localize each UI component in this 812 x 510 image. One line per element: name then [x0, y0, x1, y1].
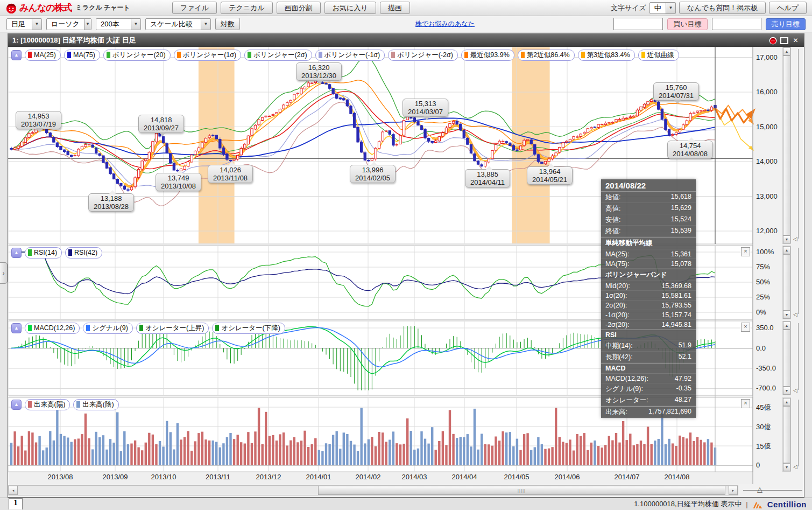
scale-slider-macd[interactable] [798, 323, 799, 390]
chevron-down-icon[interactable]: ▼ [201, 19, 210, 30]
maximize-button[interactable] [780, 37, 788, 44]
menu-favorites-button[interactable]: お気に入り [324, 2, 376, 14]
buy-target-input[interactable] [613, 18, 663, 30]
x-axis-label: 2013/08 [42, 473, 79, 481]
tooltip-row: MACD(12,26):47.92 [601, 374, 696, 383]
close-rsi-panel-button[interactable]: × [741, 247, 750, 256]
close-macd-panel-button[interactable]: × [741, 323, 750, 332]
indicator-toggle-main-0[interactable]: MA(25) [25, 50, 61, 61]
indicator-toggle-rsi-1[interactable]: RSI(42) [65, 247, 102, 259]
scroll-right-icon[interactable]: ▸ [729, 486, 738, 495]
scale-compare-select[interactable]: スケール比較 ▼ [145, 18, 211, 30]
vertical-scrollbar-macd[interactable]: ▲▼ [782, 321, 791, 395]
menu-button-group: ファイル テクニカル 画面分割 お気に入り 描画 [172, 2, 410, 14]
chevron-down-icon[interactable]: ▼ [32, 19, 41, 30]
period-select[interactable]: 日足 ▼ [6, 18, 42, 30]
main-price-tick-label: 14,000 [756, 157, 778, 165]
vertical-scrollbar-volume[interactable]: ▲▼ [782, 397, 791, 472]
indicator-label: 第3近似83.4% [587, 51, 630, 60]
close-volume-panel-button[interactable]: × [741, 399, 750, 408]
app-root: { "header": { "logo_main": "みんなの株式", "lo… [0, 0, 812, 510]
indicator-toggle-main-4[interactable]: ボリンジャー(2σ) [244, 50, 312, 61]
ad-link[interactable]: 株でお悩みのあなた [415, 19, 475, 29]
menu-technical-button[interactable]: テクニカル [221, 2, 273, 14]
menu-file-button[interactable]: ファイル [172, 2, 217, 14]
chart-tab-1[interactable]: 1 [9, 498, 23, 509]
scroll-thumb[interactable] [783, 55, 790, 235]
scale-slider-main[interactable] [798, 49, 799, 239]
horizontal-scrollbar[interactable]: ◂|||||▸ [8, 485, 738, 495]
scroll-down-icon[interactable]: ▼ [783, 235, 790, 243]
indicator-toggle-macd-3[interactable]: オシレーター(下降) [212, 323, 285, 334]
chevron-down-icon[interactable]: ▼ [84, 19, 91, 30]
log-scale-button[interactable]: 対数 [215, 18, 240, 30]
help-button[interactable]: ヘルプ [769, 2, 807, 14]
scroll-thumb[interactable] [783, 330, 790, 387]
panel-resize-handle-volume[interactable]: ◁ [793, 464, 797, 470]
menu-draw-button[interactable]: 描画 [380, 2, 410, 14]
bar-count-select[interactable]: 200本 ▼ [96, 18, 141, 30]
chevron-down-icon[interactable]: ▼ [131, 19, 140, 30]
scroll-down-icon[interactable]: ▼ [783, 387, 790, 395]
scale-slider-rsi[interactable] [798, 248, 799, 314]
chart-style-select[interactable]: ローソク ▼ [46, 18, 91, 30]
scroll-down-icon[interactable]: ▼ [783, 463, 790, 471]
legend-swatch [67, 52, 71, 58]
x-axis-label: 2014/05 [498, 473, 535, 481]
zoom-slider-handle[interactable]: △ [757, 486, 762, 493]
indicator-toggle-main-1[interactable]: MA(75) [64, 50, 100, 61]
indicator-toggle-rsi-0[interactable]: RSI(14) [25, 247, 62, 259]
tooltip-row: 終値:15,539 [601, 226, 696, 237]
x-axis-label: 2013/12 [250, 473, 287, 481]
scroll-up-icon[interactable]: ▲ [783, 322, 790, 330]
indicator-toggle-main-2[interactable]: ボリンジャー(20) [103, 50, 171, 61]
collapse-rsi-panel-button[interactable]: ▲ [11, 248, 22, 258]
menu-split-screen-button[interactable]: 画面分割 [277, 2, 321, 14]
indicator-toggle-main-9[interactable]: 第3近似83.4% [578, 50, 635, 61]
panel-resize-handle-main[interactable]: ◁ [793, 236, 797, 242]
indicator-toggle-volume-1[interactable]: 出来高(陰) [73, 399, 118, 410]
close-button[interactable]: ✕ [792, 37, 800, 44]
chevron-down-icon[interactable]: ▼ [666, 3, 675, 13]
font-size-select[interactable]: 中 ▼ [649, 2, 676, 14]
collapse-macd-panel-button[interactable]: ▲ [11, 323, 22, 333]
indicator-toggle-main-8[interactable]: 第2近似86.4% [518, 50, 575, 61]
vertical-scrollbar-rsi[interactable]: ▲▼ [782, 246, 791, 319]
indicator-toggle-macd-0[interactable]: MACD(12,26) [25, 323, 80, 334]
scroll-left-icon[interactable]: ◂ [9, 486, 18, 495]
scroll-up-icon[interactable]: ▲ [783, 398, 790, 406]
indicator-toggle-main-6[interactable]: ボリンジャー(-2σ) [388, 50, 458, 61]
indicator-toggle-main-5[interactable]: ボリンジャー(-1σ) [315, 50, 385, 61]
indicator-label: 出来高(陰) [82, 400, 114, 409]
collapse-volume-panel-button[interactable]: ▲ [11, 400, 22, 410]
scale-slider-volume[interactable] [798, 400, 799, 466]
indicator-toggle-main-7[interactable]: 最近似93.9% [461, 50, 514, 61]
qa-board-button[interactable]: なんでも質問！掲示板 [679, 2, 766, 14]
panel-resize-handle-rsi[interactable]: ◁ [793, 312, 797, 317]
indicator-toggle-main-3[interactable]: ボリンジャー(1σ) [174, 50, 241, 61]
scroll-up-icon[interactable]: ▲ [783, 47, 790, 55]
buy-target-button[interactable]: 買い目標 [667, 18, 707, 30]
tooltip-row: Mid(20):15,369.68 [601, 281, 696, 291]
macd-indicator-row: ▲MACD(12,26)シグナル(9)オシレーター(上昇)オシレーター(下降) [11, 322, 285, 334]
collapse-main-panel-button[interactable]: ▲ [11, 50, 22, 60]
indicator-toggle-main-10[interactable]: 近似曲線 [638, 50, 679, 61]
legend-swatch [319, 52, 322, 58]
scroll-up-icon[interactable]: ▲ [783, 246, 790, 254]
scroll-thumb[interactable] [783, 254, 790, 311]
indicator-toggle-macd-2[interactable]: オシレーター(上昇) [136, 323, 209, 334]
legend-swatch [581, 52, 585, 58]
scroll-down-icon[interactable]: ▼ [783, 311, 790, 319]
scroll-thumb[interactable] [783, 406, 790, 463]
hscroll-thumb[interactable]: ||||| [318, 486, 725, 495]
vertical-scrollbar-main[interactable]: ▲▼ [782, 47, 791, 244]
volume-tick-label: 45億 [756, 403, 771, 413]
zoom-slider-track[interactable] [743, 490, 802, 491]
sell-target-input[interactable] [712, 18, 761, 30]
indicator-toggle-macd-1[interactable]: シグナル(9) [83, 323, 132, 334]
panel-resize-handle-macd[interactable]: ◁ [793, 388, 797, 393]
indicator-toggle-volume-0[interactable]: 出来高(陽) [25, 399, 70, 410]
centillion-logo-icon [752, 500, 763, 509]
sell-target-button[interactable]: 売り目標 [766, 18, 806, 30]
left-panel-expander[interactable]: › [0, 262, 8, 284]
